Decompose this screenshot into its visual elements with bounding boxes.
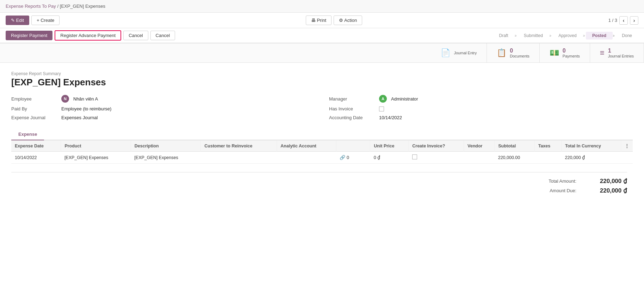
paid-by-value: Employee (to reimburse) [61, 106, 111, 111]
expense-table: Expense Date Product Description Custome… [11, 140, 633, 164]
breadcrumb-separator: / [57, 4, 60, 9]
col-analytic-account: Analytic Account [277, 140, 336, 152]
journal-entry-label: Journal Entry [454, 51, 477, 55]
pagination: 1 / 3 ‹ › [608, 16, 638, 25]
accounting-date-value: 10/14/2022 [379, 115, 402, 120]
col-vendor: Vendor [464, 140, 495, 152]
next-page-button[interactable]: › [630, 16, 638, 25]
manager-label: Manager [329, 96, 375, 102]
cell-product: [EXP_GEN] Expenses [61, 152, 131, 164]
col-product: Product [61, 140, 131, 152]
cell-taxes [534, 152, 561, 164]
employee-avatar: N [61, 95, 69, 103]
cell-expense-date: 10/14/2022 [11, 152, 61, 164]
breadcrumb-parent-link[interactable]: Expense Reports To Pay [6, 4, 56, 9]
manager-avatar: A [379, 95, 387, 103]
tab-expense[interactable]: Expense [11, 129, 44, 140]
status-draft: Draft [493, 32, 515, 39]
status-bar: Draft › Submitted › Approved › Posted › … [493, 32, 639, 39]
cancel-button-1[interactable]: Cancel [123, 31, 148, 40]
employee-label: Employee [11, 96, 57, 102]
manager-value: Administrator [391, 96, 418, 102]
form-content: Expense Report Summary [EXP_GEN] Expense… [0, 63, 644, 203]
has-invoice-label: Has Invoice [329, 106, 375, 111]
cancel-button-2[interactable]: Cancel [150, 31, 175, 40]
total-amount-row: Total Amount: 220,000 ₫ [534, 177, 627, 185]
col-unit-price: Unit Price [370, 140, 409, 152]
payments-icon: 💵 [550, 48, 559, 57]
breadcrumb: Expense Reports To Pay / [EXP_GEN] Expen… [0, 0, 644, 13]
col-create-invoice: Create Invoice? [409, 140, 464, 152]
expense-journal-value: Expenses Journal [61, 115, 98, 120]
fields-right: Manager A Administrator Has Invoice Acco… [329, 95, 633, 120]
fields-grid: Employee N Nhân viên A Paid By Employee … [11, 95, 633, 120]
col-total-currency: Total In Currency [562, 140, 621, 152]
create-invoice-checkbox[interactable] [412, 154, 417, 159]
journal-entry-button[interactable]: 📄 Journal Entry [431, 43, 487, 62]
cell-total-currency: 220,000 ₫ [562, 152, 621, 164]
action-bar: Register Payment Register Advance Paymen… [0, 28, 644, 43]
col-expense-date: Expense Date [11, 140, 61, 152]
amount-due-label: Amount Due: [534, 188, 576, 193]
payments-button[interactable]: 💵 0 Payments [540, 43, 590, 62]
col-taxes: Taxes [534, 140, 561, 152]
total-amount-label: Total Amount: [534, 178, 576, 184]
has-invoice-checkbox[interactable] [379, 107, 384, 111]
status-done: Done [615, 32, 638, 39]
field-paid-by: Paid By Employee (to reimburse) [11, 106, 315, 111]
col-customer-reinvoice: Customer to Reinvoice [201, 140, 277, 152]
cell-unit-price: 0 ₫ [370, 152, 409, 164]
action-button[interactable]: ⚙ Action [334, 16, 362, 25]
tabs-bar: Expense [11, 129, 633, 140]
journal-entries-label: Journal Entries [608, 54, 634, 58]
cell-link[interactable]: 🔗 0 [336, 152, 370, 164]
documents-button[interactable]: 📋 0 Documents [487, 43, 540, 62]
table-header-row: Expense Date Product Description Custome… [11, 140, 633, 152]
link-count: 0 [347, 155, 349, 160]
form-subtitle: Expense Report Summary [11, 71, 633, 76]
cell-extra [621, 152, 633, 164]
cell-analytic-account [277, 152, 336, 164]
create-button[interactable]: + Create [31, 16, 60, 25]
journal-entry-icon: 📄 [441, 48, 450, 57]
register-advance-payment-button[interactable]: Register Advance Payment [55, 30, 121, 41]
register-payment-button[interactable]: Register Payment [6, 31, 52, 40]
totals-area: Total Amount: 220,000 ₫ Amount Due: 220,… [11, 169, 633, 194]
col-subtotal: Subtotal [495, 140, 535, 152]
field-manager: Manager A Administrator [329, 95, 633, 103]
pagination-text: 1 / 3 [608, 18, 617, 23]
fields-left: Employee N Nhân viên A Paid By Employee … [11, 95, 315, 120]
toolbar: ✎ Edit + Create 🖶 Print ⚙ Action 1 / 3 ‹… [0, 13, 644, 28]
prev-page-button[interactable]: ‹ [619, 16, 628, 25]
smart-buttons-bar: 📄 Journal Entry 📋 0 Documents 💵 0 Paymen… [0, 43, 644, 63]
form-title: [EXP_GEN] Expenses [11, 77, 633, 88]
journal-entries-count: 1 [608, 48, 634, 54]
journal-entries-button[interactable]: ≡ 1 Journal Entries [590, 43, 644, 62]
journal-entries-icon: ≡ [600, 48, 605, 57]
payments-label: Payments [563, 54, 580, 58]
edit-button[interactable]: ✎ Edit [6, 16, 29, 25]
col-settings[interactable]: ⋮ [621, 140, 633, 152]
employee-value: Nhân viên A [73, 96, 98, 102]
status-submitted: Submitted [518, 32, 549, 39]
documents-icon: 📋 [497, 48, 506, 57]
cell-subtotal: 220,000.00 [495, 152, 535, 164]
link-icon: 🔗 [340, 155, 345, 160]
status-posted: Posted [586, 32, 613, 39]
documents-count: 0 [510, 48, 530, 54]
breadcrumb-current: [EXP_GEN] Expenses [60, 4, 105, 9]
cell-vendor [464, 152, 495, 164]
field-employee: Employee N Nhân viên A [11, 95, 315, 103]
paid-by-label: Paid By [11, 106, 57, 111]
expense-journal-label: Expense Journal [11, 115, 57, 120]
amount-due-row: Amount Due: 220,000 ₫ [534, 187, 627, 194]
field-accounting-date: Accounting Date 10/14/2022 [329, 115, 633, 120]
cell-create-invoice[interactable] [409, 152, 464, 164]
field-expense-journal: Expense Journal Expenses Journal [11, 115, 315, 120]
totals-divider [11, 172, 627, 172]
accounting-date-label: Accounting Date [329, 115, 375, 120]
amount-due-value: 220,000 ₫ [585, 187, 627, 194]
field-has-invoice: Has Invoice [329, 106, 633, 111]
cell-customer-reinvoice [201, 152, 277, 164]
print-button[interactable]: 🖶 Print [306, 16, 332, 25]
